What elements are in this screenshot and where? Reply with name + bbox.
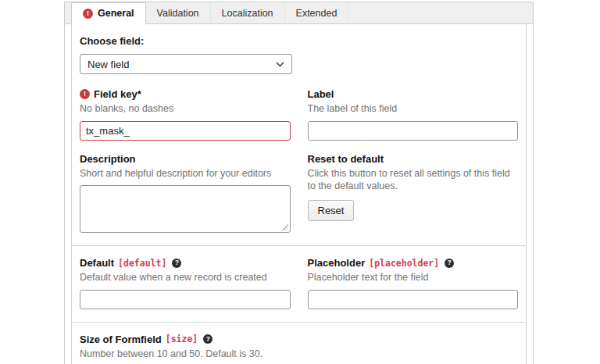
reset-group: Reset to default Click this button to re… — [308, 153, 519, 234]
error-icon: ! — [83, 9, 93, 19]
field-key-input[interactable] — [80, 121, 291, 141]
field-key-label: Field key* — [94, 88, 141, 100]
help-icon[interactable]: ? — [445, 259, 454, 268]
size-helper: Number between 10 and 50. Default is 30. — [80, 348, 518, 361]
description-textarea[interactable] — [80, 185, 291, 233]
tab-bar: ! General Validation Localization Extend… — [65, 2, 533, 24]
reset-button[interactable]: Reset — [308, 200, 355, 221]
default-code-tag: [default] — [118, 258, 166, 269]
tab-validation-label: Validation — [157, 8, 199, 19]
description-label: Description — [80, 153, 136, 165]
default-group: Default [default] ? Default value when a… — [80, 257, 291, 309]
placeholder-label: Placeholder — [308, 257, 366, 269]
tab-localization-label: Localization — [222, 8, 273, 19]
help-icon[interactable]: ? — [172, 259, 181, 268]
section-default-placeholder: Default [default] ? Default value when a… — [72, 245, 526, 322]
error-icon: ! — [80, 89, 90, 99]
section-size: Size of Formfield [size] ? Number betwee… — [72, 322, 526, 364]
placeholder-input[interactable] — [308, 290, 519, 309]
placeholder-group: Placeholder [placeholder] ? Placeholder … — [308, 257, 519, 309]
description-group: Description Short and helpful descriptio… — [80, 153, 291, 234]
default-input[interactable] — [80, 290, 291, 309]
label-helper: The label of this field — [308, 102, 519, 116]
reset-helper: Click this button to reset all settings … — [308, 167, 519, 193]
tab-localization[interactable]: Localization — [211, 2, 285, 23]
size-code-tag: [size] — [166, 334, 198, 344]
description-helper: Short and helpful description for your e… — [80, 167, 291, 180]
tab-validation[interactable]: Validation — [146, 2, 211, 23]
field-key-group: ! Field key* No blanks, no dashes — [80, 88, 291, 141]
default-helper: Default value when a new record is creat… — [80, 271, 291, 284]
resize-handle-icon[interactable] — [281, 223, 288, 230]
tab-extended-label: Extended — [296, 8, 338, 19]
reset-label: Reset to default — [308, 153, 384, 165]
tab-extended[interactable]: Extended — [285, 2, 349, 23]
tab-general[interactable]: ! General — [71, 2, 146, 24]
placeholder-helper: Placeholder text for the field — [308, 271, 519, 284]
size-group: Size of Formfield [size] ? Number betwee… — [80, 334, 518, 364]
field-key-helper: No blanks, no dashes — [80, 102, 291, 116]
field-settings-panel: ! General Validation Localization Extend… — [64, 2, 534, 364]
tab-general-label: General — [98, 8, 134, 19]
choose-field-select[interactable]: New field — [80, 54, 292, 74]
general-tab-content: Choose field: New field ! Field key* No … — [71, 24, 527, 364]
section-main: Choose field: New field ! Field key* No … — [72, 24, 526, 245]
choose-field-label: Choose field: — [80, 35, 518, 47]
size-label: Size of Formfield — [80, 334, 162, 345]
help-icon[interactable]: ? — [203, 334, 212, 344]
label-label: Label — [308, 88, 334, 100]
chevron-down-icon — [276, 62, 284, 67]
label-group: Label The label of this field — [308, 88, 519, 141]
placeholder-code-tag: [placeholder] — [369, 258, 439, 269]
label-input[interactable] — [308, 121, 519, 141]
default-label: Default — [80, 257, 114, 269]
choose-field-selected-value: New field — [88, 59, 129, 70]
